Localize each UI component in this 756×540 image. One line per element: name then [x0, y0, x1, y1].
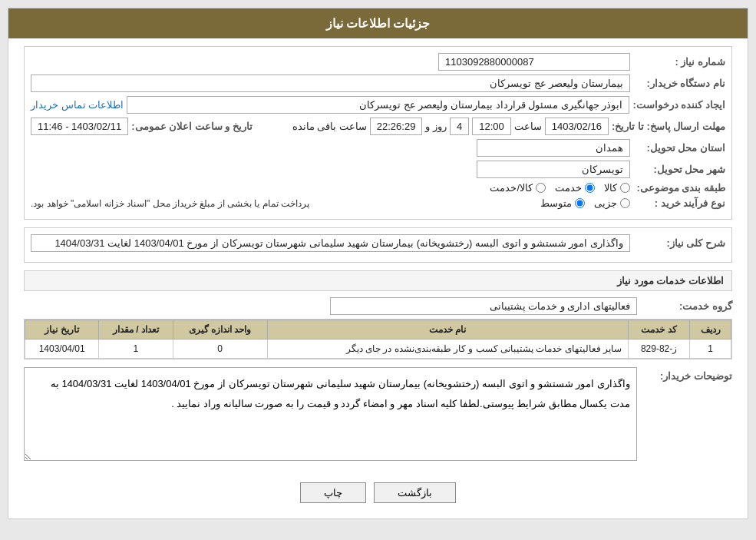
time-label: ساعت [514, 121, 542, 132]
col-header-qty: تعداد / مقدار [99, 320, 173, 340]
service-info-title: اطلاعات خدمات مورد نیاز [24, 270, 732, 291]
province-label: استان محل تحویل: [633, 142, 725, 154]
service-info-section: اطلاعات خدمات مورد نیاز گروه خدمت: فعالی… [24, 270, 732, 467]
table-header-row: ردیف کد خدمت نام خدمت واحد اندازه گیری ت… [25, 320, 731, 340]
category-radio-khedmat[interactable] [585, 183, 595, 193]
col-header-name: نام خدمت [267, 320, 628, 340]
date-row: مهلت ارسال پاسخ: تا تاریخ: 1403/02/16 سا… [31, 118, 725, 135]
requester-value: ابوذر جهانگیری مسئول قرارداد بیمارستان و… [127, 96, 629, 114]
cell-code: ز-82-829 [628, 340, 689, 359]
general-desc-section: شرح کلی نیاز: واگذاری امور شستشو و اتوی … [24, 227, 732, 263]
category-label-khedmat: خدمت [555, 182, 582, 194]
category-label-both: کالا/خدمت [490, 182, 533, 194]
contact-link[interactable]: اطلاعات تماس خریدار [31, 99, 124, 111]
service-group-value: فعالیتهای اداری و خدمات پشتیبانی [330, 297, 637, 315]
purchase-radio-motavasset[interactable] [575, 198, 585, 208]
service-table-container: ردیف کد خدمت نام خدمت واحد اندازه گیری ت… [24, 319, 732, 359]
requester-row: ایجاد کننده درخواست: ابوذر جهانگیری مسئو… [31, 96, 725, 114]
general-desc-value: واگذاری امور شستشو و اتوی البسه (رختشویخ… [31, 234, 630, 252]
purchase-label-jozii: جزیی [594, 197, 617, 209]
category-label: طبقه بندی موضوعی: [633, 182, 725, 194]
remaining-suffix: ساعت باقی مانده [292, 121, 367, 132]
category-row: طبقه بندی موضوعی: کالا خدمت کالا/خ [31, 182, 725, 194]
reply-time-value: 12:00 [472, 118, 511, 135]
purchase-option-motavasset: متوسط [540, 197, 585, 209]
cell-date: 1403/04/01 [25, 340, 99, 359]
org-name-row: نام دستگاه خریدار: بیمارستان ولیعصر عج ت… [31, 75, 725, 92]
print-button[interactable]: چاپ [300, 482, 366, 503]
service-table: ردیف کد خدمت نام خدمت واحد اندازه گیری ت… [25, 320, 731, 359]
requester-label: ایجاد کننده درخواست: [632, 99, 725, 111]
province-row: استان محل تحویل: همدان [31, 139, 725, 157]
cell-name: سایر فعالیتهای خدمات پشتیبانی کسب و کار … [267, 340, 628, 359]
category-option-khedmat: خدمت [555, 182, 595, 194]
city-value: تویسرکان [477, 161, 630, 178]
category-radio-kala[interactable] [620, 183, 630, 193]
purchase-radio-group: جزیی متوسط [540, 197, 630, 209]
pub-date-value: 1403/02/11 - 11:46 [31, 118, 128, 135]
buyer-desc-row: توضیحات خریدار: [24, 367, 732, 467]
category-option-kala: کالا [604, 182, 630, 194]
back-button[interactable]: بازگشت [374, 482, 456, 503]
cell-rownum: 1 [690, 340, 731, 359]
reply-date-value: 1403/02/16 [545, 118, 609, 135]
purchase-type-label: نوع فرآیند خرید : [633, 197, 725, 209]
city-row: شهر محل تحویل: تویسرکان [31, 161, 725, 178]
general-desc-label: شرح کلی نیاز: [633, 237, 725, 249]
reply-deadline-label: مهلت ارسال پاسخ: تا تاریخ: [612, 121, 725, 132]
general-desc-row: شرح کلی نیاز: واگذاری امور شستشو و اتوی … [31, 234, 725, 252]
need-number-label: شماره نیاز : [633, 56, 725, 68]
basic-info-section: شماره نیاز : 1103092880000087 نام دستگاه… [24, 46, 732, 220]
category-label-kala: کالا [604, 182, 617, 194]
page-title: جزئیات اطلاعات نیاز [8, 8, 748, 38]
remaining-days-value: 4 [450, 118, 469, 135]
service-group-row: گروه خدمت: فعالیتهای اداری و خدمات پشتیب… [24, 297, 732, 315]
purchase-label-motavasset: متوسط [540, 197, 572, 209]
need-number-value: 1103092880000087 [438, 53, 630, 71]
buyer-desc-label: توضیحات خریدار: [640, 367, 732, 382]
purchase-note: پرداخت تمام یا بخشی از مبلغ خریداز محل "… [31, 198, 309, 209]
need-number-row: شماره نیاز : 1103092880000087 [31, 53, 725, 71]
province-value: همدان [477, 139, 630, 157]
remaining-days-label: روز و [425, 121, 447, 132]
city-label: شهر محل تحویل: [633, 164, 725, 175]
col-header-unit: واحد اندازه گیری [173, 320, 267, 340]
cell-unit: 0 [173, 340, 267, 359]
category-radio-group: کالا خدمت کالا/خدمت [490, 182, 630, 194]
col-header-rownum: ردیف [690, 320, 731, 340]
category-radio-both[interactable] [536, 183, 546, 193]
purchase-type-row: نوع فرآیند خرید : جزیی متوسط پرداخت تمام… [31, 197, 725, 209]
category-option-both: کالا/خدمت [490, 182, 546, 194]
table-row: 1 ز-82-829 سایر فعالیتهای خدمات پشتیبانی… [25, 340, 731, 359]
buyer-desc-textarea[interactable] [24, 367, 637, 461]
pub-date-label: تاریخ و ساعت اعلان عمومی: [131, 121, 253, 132]
col-header-date: تاریخ نیاز [25, 320, 99, 340]
cell-qty: 1 [99, 340, 173, 359]
col-header-code: کد خدمت [628, 320, 689, 340]
remaining-time-value: 22:26:29 [370, 118, 423, 135]
purchase-radio-jozii[interactable] [620, 198, 630, 208]
service-group-label: گروه خدمت: [640, 300, 732, 312]
action-buttons-row: بازگشت چاپ [24, 475, 732, 511]
org-name-value: بیمارستان ولیعصر عج تویسرکان [31, 75, 630, 92]
org-name-label: نام دستگاه خریدار: [633, 78, 725, 89]
purchase-option-jozii: جزیی [594, 197, 630, 209]
